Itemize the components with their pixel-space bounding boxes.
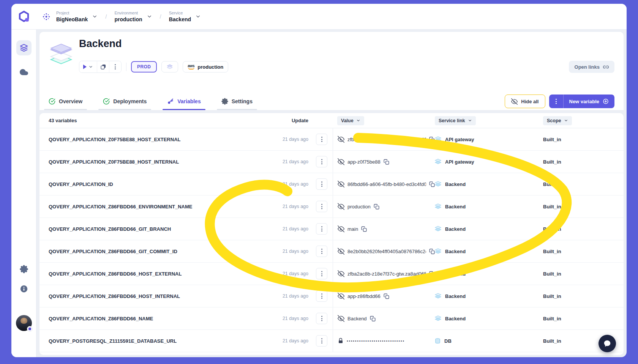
check-circle-icon <box>49 98 55 105</box>
service-link-cell[interactable]: API gateway <box>435 159 543 165</box>
service-menu-button[interactable] <box>109 61 121 72</box>
service-link-name: API gateway <box>445 137 474 142</box>
row-menu-button[interactable] <box>316 178 327 190</box>
breadcrumb-service[interactable]: Service Backend <box>169 11 201 22</box>
project-avatar-icon <box>42 12 51 21</box>
service-link-cell[interactable]: Backend <box>435 203 543 210</box>
service-link-cell[interactable]: Backend <box>435 226 543 232</box>
new-variable-button[interactable]: New variable <box>564 95 615 108</box>
tab-deployments[interactable]: Deployments <box>98 93 152 110</box>
row-menu-button[interactable] <box>316 335 327 347</box>
variable-value: 86fbdd66-a606-45fb-b480-ed3c4fd0483a <box>347 181 426 187</box>
row-menu-button[interactable] <box>316 313 327 324</box>
variable-name: QOVERY_APPLICATION_Z86FBDD66_ENVIRONMENT… <box>39 204 270 210</box>
variable-scope: Built_in <box>543 159 624 165</box>
play-button[interactable] <box>79 61 97 72</box>
project-label: Project <box>56 11 88 15</box>
row-menu-button[interactable] <box>316 201 327 212</box>
chevron-down-icon <box>356 118 360 123</box>
copy-icon[interactable] <box>384 293 389 299</box>
copy-icon[interactable] <box>370 316 376 321</box>
variable-value: main <box>347 226 358 232</box>
scope-filter-chip[interactable]: Scope <box>543 116 572 125</box>
eye-off-icon <box>511 98 518 105</box>
variables-table: 43 variables Update Value Service link S… <box>39 113 624 355</box>
redeploy-button[interactable] <box>97 61 109 72</box>
eye-off-icon[interactable] <box>338 293 344 299</box>
variable-value-cell: zfba2ac8b-z18e7f37c-gtw.za8ad0659.bool..… <box>333 263 435 285</box>
eye-off-icon[interactable] <box>338 181 344 188</box>
variable-name: QOVERY_APPLICATION_Z86FBDD66_HOST_INTERN… <box>39 293 270 299</box>
table-row: QOVERY_APPLICATION_Z86FBDD66_GIT_BRANCH … <box>39 218 624 240</box>
copy-icon[interactable] <box>361 226 367 232</box>
service-layers-icon <box>435 293 441 299</box>
sidebar-item-settings[interactable] <box>16 262 32 277</box>
service-link-cell[interactable]: DB <box>435 338 543 344</box>
copy-icon[interactable] <box>429 181 435 187</box>
environment-label: Environment <box>114 11 142 15</box>
variable-value: app-z86fbdd66 <box>347 293 381 299</box>
table-row: QOVERY_POSTGRESQL_Z1115591E_DATABASE_URL… <box>39 330 624 352</box>
open-links-button[interactable]: Open links <box>569 61 614 73</box>
hide-all-button[interactable]: Hide all <box>505 95 545 108</box>
tab-overview[interactable]: Overview <box>43 93 88 110</box>
table-row: QOVERY_APPLICATION_Z86FBDD66_GIT_COMMIT_… <box>39 240 624 263</box>
eye-off-icon[interactable] <box>338 225 344 232</box>
service-link-filter-chip[interactable]: Service link <box>435 116 476 125</box>
variable-scope: Built_in <box>543 316 624 321</box>
new-variable-menu-button[interactable] <box>549 95 564 108</box>
row-menu-button[interactable] <box>316 156 327 167</box>
divider <box>126 63 126 71</box>
update-column-header: Update <box>270 118 308 123</box>
sidebar-item-help[interactable] <box>16 281 32 296</box>
variables-toolbar: Hide all New variable <box>505 95 614 108</box>
qovery-logo[interactable] <box>11 10 36 23</box>
variable-updated: 21 days ago <box>270 338 308 344</box>
breadcrumb-project[interactable]: Project BigNeoBank <box>56 11 98 22</box>
variable-name: QOVERY_APPLICATION_Z86FBDD66_GIT_COMMIT_… <box>39 249 270 254</box>
service-link-cell[interactable]: Backend <box>435 181 543 187</box>
tab-settings[interactable]: Settings <box>216 93 258 110</box>
service-link-cell[interactable]: Backend <box>435 271 543 277</box>
user-avatar[interactable] <box>16 315 32 331</box>
service-link-name: Backend <box>445 249 466 254</box>
eye-off-icon[interactable] <box>338 203 344 210</box>
sidebar-item-services[interactable] <box>16 40 32 55</box>
copy-icon[interactable] <box>384 159 389 165</box>
eye-off-icon[interactable] <box>338 248 344 255</box>
new-variable-group: New variable <box>549 95 615 108</box>
copy-icon[interactable] <box>429 271 435 277</box>
chevron-down-icon <box>88 65 93 69</box>
variable-name: QOVERY_POSTGRESQL_Z1115591E_DATABASE_URL <box>39 338 270 344</box>
row-menu-button[interactable] <box>316 268 327 279</box>
service-link-cell[interactable]: Backend <box>435 315 543 321</box>
service-link-cell[interactable]: Backend <box>435 293 543 299</box>
redeploy-icon <box>100 64 106 70</box>
copy-icon[interactable] <box>429 249 435 254</box>
row-menu-button[interactable] <box>316 223 327 235</box>
lock-icon <box>338 338 344 344</box>
copy-icon[interactable] <box>429 137 435 142</box>
tab-variables[interactable]: Variables <box>162 93 206 110</box>
cluster-chip[interactable]: aws production <box>183 61 228 72</box>
service-layers-icon <box>435 226 441 232</box>
service-layers-icon <box>435 159 441 165</box>
breadcrumb-environment[interactable]: Environment production <box>114 11 152 22</box>
chat-widget-button[interactable] <box>599 335 616 352</box>
eye-off-icon[interactable] <box>338 315 344 322</box>
sidebar-item-clusters[interactable] <box>16 65 32 80</box>
service-link-cell[interactable]: API gateway <box>435 136 543 142</box>
page-title: Backend <box>79 38 122 50</box>
environment-mode-button[interactable] <box>161 61 178 72</box>
row-menu-button[interactable] <box>316 290 327 302</box>
value-filter-chip[interactable]: Value <box>337 116 364 125</box>
service-layers-icon <box>435 136 441 142</box>
service-link-cell[interactable]: Backend <box>435 248 543 254</box>
row-menu-button[interactable] <box>316 246 327 257</box>
eye-off-icon[interactable] <box>338 270 344 277</box>
eye-off-icon[interactable] <box>338 136 344 143</box>
copy-icon[interactable] <box>374 204 379 210</box>
row-menu-button[interactable] <box>316 134 327 145</box>
eye-off-icon[interactable] <box>338 158 344 165</box>
table-header-row: 43 variables Update Value Service link S… <box>39 113 624 128</box>
